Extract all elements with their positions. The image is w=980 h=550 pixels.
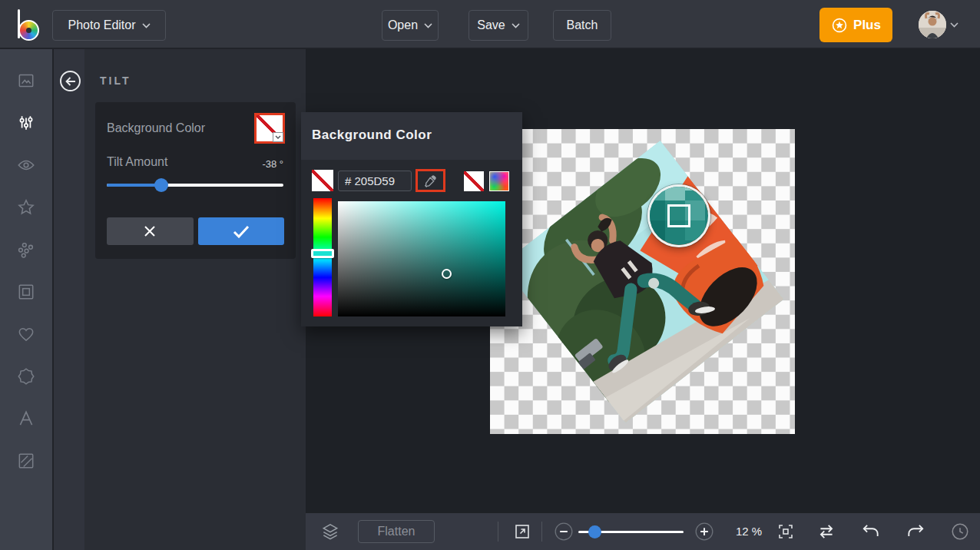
avatar-image: [919, 11, 946, 38]
transparency-checkerboard: [490, 129, 795, 434]
back-button[interactable]: [60, 71, 81, 91]
texture-square-icon: [16, 451, 36, 471]
zoom-out-button[interactable]: [553, 521, 574, 542]
zoom-slider[interactable]: [578, 525, 684, 538]
check-icon: [233, 225, 250, 238]
sv-cursor[interactable]: [442, 269, 452, 279]
swatch-dropdown[interactable]: [273, 132, 283, 142]
save-label: Save: [477, 18, 505, 32]
open-in-new-icon: [513, 522, 531, 541]
star-icon: [16, 197, 36, 217]
tilt-amount-value: -38 °: [262, 158, 283, 170]
background-color-label: Background Color: [107, 121, 205, 135]
undo-button[interactable]: [860, 521, 882, 542]
background-color-swatch[interactable]: [254, 113, 285, 144]
open-button[interactable]: Open: [382, 10, 439, 41]
layers-button[interactable]: [319, 521, 341, 542]
chevron-down-icon: [275, 135, 281, 139]
transparent-swatch[interactable]: [312, 170, 333, 191]
rainbow-swatch[interactable]: [489, 171, 509, 191]
photo-icon: [16, 71, 36, 91]
panel-title: TILT: [100, 75, 131, 87]
fit-screen-icon: [776, 522, 795, 541]
history-button[interactable]: [949, 521, 971, 542]
background-color-popup: Background Color: [301, 112, 522, 326]
cancel-icon: [144, 225, 156, 237]
app-menu-label: Photo Editor: [68, 18, 135, 32]
slider-thumb[interactable]: [154, 178, 168, 192]
compare-button[interactable]: [816, 521, 837, 542]
compare-arrows-icon: [816, 522, 836, 542]
loupe-reticle: [667, 204, 690, 227]
avatar-chevron-icon[interactable]: [950, 22, 958, 28]
apply-button[interactable]: [198, 217, 285, 245]
saturation-value-field[interactable]: [338, 201, 505, 316]
tilt-panel: TILT Background Color Tilt Amount -38 °: [52, 49, 306, 550]
plus-label: Plus: [853, 18, 881, 33]
hex-color-input[interactable]: [338, 171, 412, 191]
eyedropper-loupe[interactable]: [647, 184, 710, 247]
popup-title: Background Color: [312, 128, 432, 143]
logo-color-wheel-icon: [18, 20, 39, 41]
sidebar-item-touchup[interactable]: [0, 233, 52, 267]
zoom-in-button[interactable]: [694, 521, 715, 542]
zoom-slider-thumb[interactable]: [588, 525, 601, 538]
sidebar-item-edit[interactable]: [0, 106, 52, 140]
chevron-down-icon: [424, 23, 432, 28]
open-label: Open: [388, 18, 418, 32]
save-button[interactable]: Save: [468, 10, 528, 41]
undo-icon: [861, 522, 881, 542]
transparent-swatch-small[interactable]: [464, 171, 484, 191]
flatten-button[interactable]: Flatten: [358, 520, 435, 543]
sidebar-item-effects[interactable]: [0, 148, 52, 182]
dots-cluster-icon: [16, 240, 36, 260]
eye-icon: [16, 155, 36, 175]
sidebar-item-text[interactable]: [0, 402, 52, 436]
batch-label: Batch: [567, 18, 598, 32]
tilt-options-card: Background Color Tilt Amount -38 °: [95, 102, 296, 259]
cancel-button[interactable]: [107, 217, 194, 245]
tools-sidebar: ?: [0, 49, 52, 550]
chevron-down-icon: [142, 23, 151, 28]
befunky-logo[interactable]: [12, 8, 43, 41]
bottom-toolbar: Flatten 12 %: [306, 513, 980, 550]
plus-upgrade-button[interactable]: Plus: [819, 8, 892, 42]
hue-slider[interactable]: [313, 198, 332, 316]
fit-to-screen-button[interactable]: [775, 521, 796, 542]
frame-icon: [16, 282, 36, 302]
toolbar-separator: [541, 522, 542, 542]
history-clock-icon: [950, 522, 970, 542]
zoom-percentage: 12 %: [736, 525, 762, 538]
panel-rail: [54, 49, 84, 550]
app-menu-button[interactable]: Photo Editor: [52, 10, 166, 41]
sliders-icon: [16, 113, 36, 133]
sidebar-item-textures[interactable]: [0, 444, 52, 478]
top-bar: Photo Editor Open Save Batch Plus: [0, 0, 980, 49]
toolbar-separator: [498, 522, 498, 542]
sidebar-item-frames[interactable]: [0, 275, 52, 309]
open-full-view-button[interactable]: [512, 521, 533, 542]
tilt-amount-label: Tilt Amount: [107, 155, 167, 169]
slider-fill: [107, 184, 161, 187]
user-avatar[interactable]: [919, 11, 946, 38]
eyedropper-icon: [423, 173, 439, 188]
arrow-left-icon: [65, 77, 76, 86]
sidebar-item-favorites[interactable]: [0, 317, 52, 351]
eyedropper-button[interactable]: [416, 169, 445, 192]
hue-slider-handle[interactable]: [311, 249, 334, 258]
tilt-actions: [107, 217, 284, 245]
batch-button[interactable]: Batch: [553, 10, 611, 41]
layers-icon: [320, 522, 340, 542]
star-circle-icon: [831, 17, 848, 34]
chevron-down-icon: [512, 23, 520, 28]
tilted-photo[interactable]: [502, 141, 784, 423]
redo-button[interactable]: [905, 521, 926, 542]
minus-circle-icon: [554, 522, 574, 542]
sidebar-item-graphics[interactable]: [0, 359, 52, 393]
tilt-amount-slider[interactable]: [107, 178, 283, 192]
sidebar-item-photo[interactable]: [0, 64, 52, 98]
photo-image: [502, 141, 784, 423]
sidebar-item-artsy[interactable]: [0, 191, 52, 224]
text-icon: [16, 409, 36, 429]
burst-badge-icon: [16, 366, 36, 386]
